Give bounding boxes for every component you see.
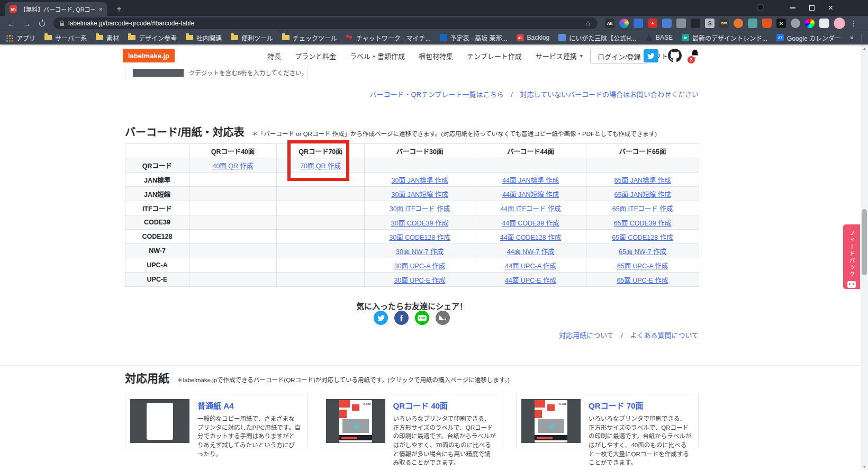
table-link[interactable]: 30面 CODE128 作成 — [389, 234, 450, 241]
camera-extension-icon[interactable] — [619, 19, 629, 28]
table-link[interactable]: 65面 NW-7 作成 — [619, 248, 666, 256]
share-facebook-button[interactable]: f — [394, 311, 409, 325]
reader-extension-icon[interactable] — [634, 19, 643, 28]
table-link[interactable]: 30面 CODE39 作成 — [391, 220, 448, 227]
mail-extension-icon[interactable] — [662, 19, 672, 28]
bookmark-folder-servers[interactable]: サーバー系 — [44, 33, 87, 42]
table-link[interactable]: 30面 UPC-E 作成 — [394, 277, 445, 284]
nav-features[interactable]: 特長 — [267, 51, 281, 61]
maximize-button[interactable] — [809, 5, 815, 11]
bookmark-folder-internal[interactable]: 社内関連 — [186, 33, 222, 42]
qr-extension-icon[interactable] — [691, 19, 700, 28]
bookmark-backlog[interactable]: 41Backlog — [517, 34, 550, 41]
table-link[interactable]: 30面 UPC-A 作成 — [394, 263, 446, 270]
browser-tab[interactable]: lm 【無料】バーコード, QRコード 作成 アプ × — [5, 2, 107, 16]
bookmark-folder-materials[interactable]: 素材 — [96, 33, 119, 42]
nav-template[interactable]: テンプレート作成 — [467, 51, 522, 61]
paper-about-link[interactable]: 対応用紙について — [559, 331, 614, 339]
bookmark-base[interactable]: BASE — [645, 34, 673, 41]
bookmark-schedule[interactable]: 予定表 - 高坂 茉那... — [440, 33, 508, 42]
chat-extension-icon[interactable] — [676, 19, 686, 28]
table-link[interactable]: 30面 NW-7 作成 — [396, 248, 444, 256]
paper-card-qr70[interactable]: A-one QRコード 70面 いろいろなプリンタで印刷できる、正方形サイズのラ… — [516, 394, 699, 448]
scroll-up-icon[interactable]: ▲ — [861, 44, 868, 52]
table-link[interactable]: 44面 UPC-E 作成 — [505, 277, 556, 284]
nav-integrations[interactable]: サービス連携▼ — [536, 51, 584, 61]
nav-label-docs[interactable]: ラベル・書類作成 — [350, 51, 405, 61]
globe-extension-icon[interactable] — [734, 19, 743, 28]
table-link[interactable]: 65面 JAN短縮 作成 — [614, 191, 671, 198]
speech-extension-icon[interactable] — [791, 19, 800, 28]
table-link[interactable]: 40面 QR 作成 — [212, 162, 253, 170]
table-link[interactable]: 70面 QR 作成 — [300, 162, 341, 170]
table-link[interactable]: 30面 JAN短縮 作成 — [392, 191, 448, 198]
bookmark-apps[interactable]: アプリ — [5, 33, 35, 42]
card-title[interactable]: QRコード 70面 — [589, 400, 692, 411]
table-link[interactable]: 44面 ITFコード 作成 — [500, 205, 561, 213]
profile-avatar[interactable] — [834, 17, 845, 29]
back-icon[interactable]: ← — [7, 19, 15, 28]
table-link[interactable]: 65面 JAN標準 作成 — [614, 177, 671, 184]
address-bar[interactable]: labelmake.jp/barcode-qrcode/#barcode-tab… — [53, 17, 598, 29]
template-list-link[interactable]: バーコード・QRテンプレート一覧はこちら — [369, 91, 503, 98]
bookmark-folder-design[interactable]: デザイン参考 — [128, 33, 177, 42]
x-extension-icon[interactable]: ✕ — [776, 19, 786, 28]
bookmark-chatwork[interactable]: チャットワーク - マイチ... — [346, 33, 431, 42]
teal-extension-icon[interactable] — [748, 19, 757, 28]
table-link[interactable]: 44面 JAN短縮 作成 — [502, 191, 559, 198]
table-link[interactable]: 44面 CODE128 作成 — [500, 234, 561, 241]
person-extension-icon[interactable] — [762, 19, 772, 28]
card-title[interactable]: 普通紙 A4 — [197, 400, 301, 411]
page-scrollbar[interactable]: ▲ ▼ — [861, 44, 868, 470]
card-title[interactable]: QRコード 40面 — [393, 400, 496, 411]
site-logo[interactable]: labelmake.jp — [123, 49, 175, 62]
table-link[interactable]: 44面 JAN標準 作成 — [502, 177, 559, 184]
redacted-input[interactable] — [133, 69, 184, 77]
table-link[interactable]: 65面 UPC-A 作成 — [617, 263, 668, 270]
bookmark-star-icon[interactable]: ☆ — [585, 20, 591, 28]
contact-link[interactable]: 対応していないバーコードの場合はお問い合わせください — [520, 91, 699, 98]
tab-close-icon[interactable]: × — [98, 6, 103, 13]
table-link[interactable]: 65面 ITFコード 作成 — [612, 205, 673, 213]
share-email-button[interactable] — [436, 311, 450, 325]
login-button[interactable]: ログイン/登録 — [590, 49, 648, 64]
table-link[interactable]: 65面 CODE39 作成 — [614, 220, 671, 227]
bookmark-folder-check[interactable]: チェックツール — [282, 33, 337, 42]
share-twitter-button[interactable] — [374, 311, 388, 325]
chrome-menu-icon[interactable]: ⋮ — [850, 19, 857, 28]
close-button[interactable]: × — [828, 4, 833, 12]
forward-icon[interactable]: → — [23, 19, 31, 28]
table-link[interactable]: 65面 UPC-E 作成 — [617, 277, 668, 284]
table-link[interactable]: 44面 NW-7 作成 — [507, 248, 554, 256]
bookmark-folder-tools[interactable]: 便利ツール — [231, 33, 273, 42]
paper-card-qr40[interactable]: A-one QRコード 40面 いろいろなプリンタで印刷できる、正方形サイズのラ… — [321, 394, 503, 448]
scroll-down-icon[interactable]: ▼ — [861, 463, 868, 470]
table-link[interactable]: 65面 CODE128 作成 — [612, 234, 673, 241]
bookmark-design-trend[interactable]: fe最新のデザイントレンド... — [682, 33, 767, 42]
table-link[interactable]: 30面 JAN標準 作成 — [392, 177, 448, 184]
new-tab-button[interactable]: + — [114, 3, 124, 13]
bookmark-niigata[interactable]: にいがた三昧【公式H... — [558, 33, 636, 42]
twitter-button[interactable] — [644, 49, 658, 62]
bookmarks-overflow-chevron[interactable]: » — [850, 34, 854, 41]
alt-extension-icon[interactable]: Alt — [605, 19, 614, 28]
colorwheel-extension-icon[interactable] — [805, 19, 815, 28]
pdf-extension-icon[interactable]: A — [648, 19, 657, 28]
table-link[interactable]: 30面 ITFコード 作成 — [390, 205, 450, 213]
table-link[interactable]: 44面 CODE39 作成 — [502, 220, 559, 227]
table-link[interactable]: 44面 UPC-A 作成 — [505, 263, 556, 270]
off-extension-icon[interactable]: OFF — [719, 19, 729, 28]
refresh-icon[interactable] — [39, 21, 45, 26]
feedback-tab[interactable]: フィードバック — [843, 224, 860, 289]
faq-link[interactable]: よくある質問について — [630, 331, 699, 339]
paper-card-a4[interactable]: 普通紙 A4 一般的なコピー用紙で、さまざまなプリンタに対応したPPC用紙です。… — [125, 394, 308, 448]
share-line-button[interactable]: LINE — [415, 311, 429, 325]
nav-pricing[interactable]: プランと料金 — [295, 51, 336, 61]
scrollbar-thumb[interactable] — [862, 209, 867, 275]
extensions-puzzle-icon[interactable] — [819, 19, 829, 28]
url-text[interactable]: labelmake.jp/barcode-qrcode/#barcode-tab… — [68, 20, 581, 27]
github-button[interactable] — [668, 49, 682, 62]
s-extension-icon[interactable]: S — [705, 19, 715, 28]
minimize-button[interactable] — [790, 7, 795, 8]
nav-packing[interactable]: 梱包材特集 — [419, 51, 453, 61]
